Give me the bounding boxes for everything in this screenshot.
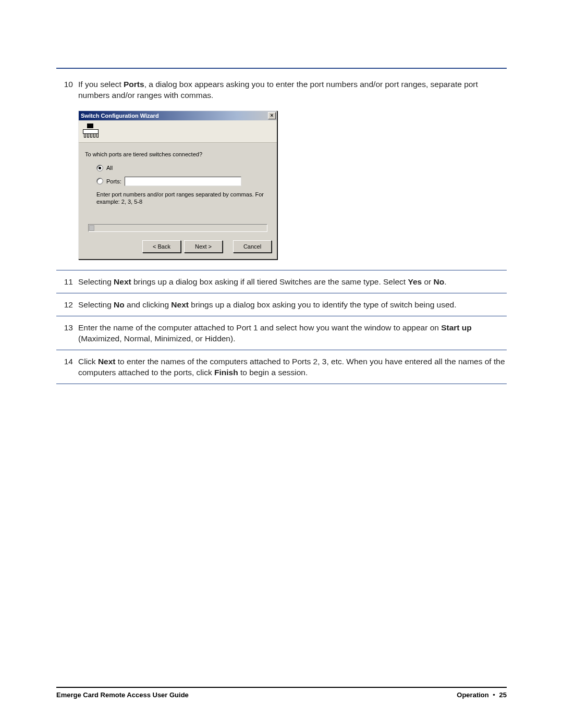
dialog-prompt: To which ports are tiered switches conne… <box>85 151 271 157</box>
titlebar: Switch Configuration Wizard × <box>79 111 277 120</box>
close-icon: × <box>271 113 274 118</box>
dialog-screenshot: Switch Configuration Wizard × To which p… <box>56 110 507 260</box>
step-number: 14 <box>56 356 78 367</box>
radio-all-label: All <box>106 165 113 171</box>
radio-ports-label: Ports: <box>106 178 121 184</box>
switch-icon <box>83 124 99 138</box>
footer-title: Emerge Card Remote Access User Guide <box>56 691 189 699</box>
step-text: Selecting Next brings up a dialog box as… <box>78 277 507 288</box>
step-divider <box>56 316 507 316</box>
step-10: 10 If you select Ports, a dialog box app… <box>56 78 507 101</box>
ports-input[interactable] <box>125 177 241 186</box>
step-14: 14 Click Next to enter the names of the … <box>56 355 507 378</box>
step-11: 11 Selecting Next brings up a dialog box… <box>56 276 507 288</box>
dialog-title: Switch Configuration Wizard <box>81 113 159 119</box>
page-footer: Emerge Card Remote Access User Guide Ope… <box>56 687 507 699</box>
step-divider <box>56 384 507 384</box>
step-divider <box>56 270 507 270</box>
progress-bar <box>88 224 267 232</box>
footer-page-info: Operation • 25 <box>457 691 507 699</box>
close-button[interactable]: × <box>268 112 276 119</box>
next-button[interactable]: Next > <box>184 240 223 253</box>
step-number: 12 <box>56 300 78 311</box>
radio-ports[interactable] <box>96 178 103 184</box>
step-text: If you select Ports, a dialog box appear… <box>78 79 507 101</box>
radio-all-row[interactable]: All <box>96 165 271 171</box>
dialog-header <box>79 120 277 143</box>
step-number: 11 <box>56 277 78 288</box>
section-divider <box>56 68 507 69</box>
radio-ports-row[interactable]: Ports: <box>96 177 271 186</box>
step-text: Enter the name of the computer attached … <box>78 323 507 344</box>
step-text: Click Next to enter the names of the com… <box>78 356 507 378</box>
step-text: Selecting No and clicking Next brings up… <box>78 300 507 311</box>
switch-config-wizard-dialog: Switch Configuration Wizard × To which p… <box>78 110 277 260</box>
radio-all[interactable] <box>96 165 103 171</box>
step-number: 13 <box>56 323 78 334</box>
step-12: 12 Selecting No and clicking Next brings… <box>56 299 507 311</box>
back-button[interactable]: < Back <box>142 240 181 253</box>
dialog-button-row: < Back Next > Cancel <box>79 235 277 259</box>
step-13: 13 Enter the name of the computer attach… <box>56 322 507 344</box>
step-divider <box>56 350 507 350</box>
cancel-button[interactable]: Cancel <box>233 240 272 253</box>
step-divider <box>56 293 507 293</box>
ports-hint: Enter port numbers and/or port ranges se… <box>96 191 271 206</box>
step-number: 10 <box>56 79 78 90</box>
